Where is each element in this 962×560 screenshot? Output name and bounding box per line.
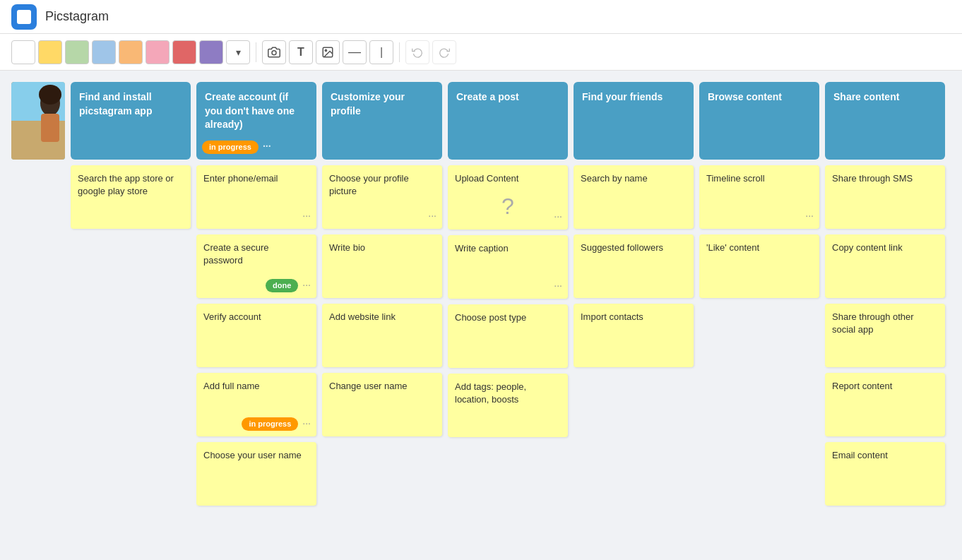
header-create-post[interactable]: Create a post [448,82,568,160]
header-share-content-text: Share content [833,91,899,102]
card-text: Choose your profile picture [329,173,409,196]
card-text: Enter phone/email [203,173,278,184]
color-pink-btn[interactable] [146,40,170,64]
card-report-content[interactable]: Report content [825,373,945,436]
app-logo[interactable] [11,4,37,30]
card-write-caption[interactable]: Write caption ··· [448,235,568,299]
header-dots-menu[interactable]: ··· [263,140,271,154]
card-write-bio[interactable]: Write bio [322,234,442,298]
card-dots-menu[interactable]: ··· [554,279,562,293]
card-change-username[interactable]: Change user name [322,373,442,436]
header-browse-content[interactable]: Browse content [699,82,819,160]
column-create-post: Create a post Upload Content ? ··· Write… [448,82,568,506]
line-btn[interactable]: — [343,40,367,64]
card-enter-phone[interactable]: Enter phone/email ··· [196,165,316,229]
question-mark-icon: ? [455,191,561,222]
svg-point-7 [39,85,61,105]
svg-rect-6 [41,114,59,142]
dropdown-btn[interactable]: ▾ [226,40,250,64]
column-find-install: Find and install picstagram app Search t… [71,82,191,506]
divider-icon: | [380,46,383,59]
column-find-friends: Find your friends Search by name Suggest… [574,82,694,506]
card-secure-password[interactable]: Create a secure password done ··· [196,234,316,298]
card-text: Create a secure password [203,242,269,266]
logo-inner [17,10,31,24]
color-red-btn[interactable] [172,40,196,64]
header-create-post-text: Create a post [456,91,519,102]
card-add-tags[interactable]: Add tags: people, location, boosts [448,374,568,437]
header-customize-profile-text: Customize your profile [331,91,405,117]
card-text: Search the app store or google play stor… [78,173,174,196]
header-find-install-text: Find and install picstagram app [79,91,152,117]
image-btn[interactable] [316,40,340,64]
card-search-app-store[interactable]: Search the app store or google play stor… [71,165,191,229]
card-upload-content[interactable]: Upload Content ? ··· [448,165,568,230]
card-text: Write bio [329,242,365,253]
color-yellow-btn[interactable] [38,40,62,64]
column-create-account: Create account (if you don't have one al… [196,82,316,506]
line-icon: — [348,44,361,59]
card-verify-account[interactable]: Verify account [196,304,316,367]
card-dots-menu[interactable]: ··· [302,417,311,431]
header-find-install[interactable]: Find and install picstagram app [71,82,191,160]
header-create-account[interactable]: Create account (if you don't have one al… [196,82,316,160]
card-dots-menu[interactable]: ··· [554,210,562,224]
card-text: Share through other social app [832,311,914,335]
card-text: Upload Content [455,173,518,184]
color-white-btn[interactable] [11,40,35,64]
hero-image [11,82,65,160]
camera-btn[interactable] [262,40,286,64]
card-share-sms[interactable]: Share through SMS [825,165,945,229]
card-import-contacts[interactable]: Import contacts [574,304,694,367]
svg-point-2 [325,49,326,51]
color-orange-btn[interactable] [119,40,143,64]
divider-btn[interactable]: | [369,40,393,64]
chevron-down-icon: ▾ [236,47,241,58]
app-title: Picstagram [45,9,109,24]
text-btn[interactable]: T [289,40,313,64]
header-customize-profile[interactable]: Customize your profile [322,82,442,160]
card-search-by-name[interactable]: Search by name [574,165,694,229]
card-dots-menu[interactable]: ··· [428,209,437,223]
color-green-btn[interactable] [65,40,89,64]
redo-btn[interactable] [432,40,456,64]
card-choose-post-type[interactable]: Choose post type [448,304,568,368]
card-profile-picture[interactable]: Choose your profile picture ··· [322,165,442,229]
header-create-account-text: Create account (if you don't have one al… [205,91,295,130]
card-text: Add full name [203,381,260,391]
card-timeline-scroll[interactable]: Timeline scroll ··· [699,165,819,229]
card-dots-menu[interactable]: ··· [302,209,311,223]
toolbar-separator-2 [399,42,400,62]
kanban-board: Find and install picstagram app Search t… [65,82,951,506]
card-text: Write caption [455,243,509,254]
card-choose-username[interactable]: Choose your user name [196,442,316,506]
badge-inprogress: in progress [242,417,298,431]
card-add-full-name[interactable]: Add full name in progress ··· [196,373,316,436]
card-like-content[interactable]: 'Like' content [699,234,819,298]
toolbar: ▾ T — | [0,34,962,71]
card-share-social[interactable]: Share through other social app [825,304,945,367]
card-email-content[interactable]: Email content [825,442,945,506]
header-find-friends[interactable]: Find your friends [574,82,694,160]
color-blue-btn[interactable] [92,40,116,64]
card-text: Add tags: people, location, boosts [455,381,526,405]
card-text: Copy content link [832,242,903,253]
column-share-content: Share content Share through SMS Copy con… [825,82,945,506]
column-browse-content: Browse content Timeline scroll ··· 'Like… [699,82,819,506]
header-find-friends-text: Find your friends [582,91,663,102]
card-suggested-followers[interactable]: Suggested followers [574,234,694,298]
card-text: Report content [832,381,892,391]
card-website-link[interactable]: Add website link [322,304,442,367]
header-share-content[interactable]: Share content [825,82,945,160]
card-text: Verify account [203,311,261,322]
hero-svg [11,82,65,160]
undo-btn[interactable] [405,40,429,64]
color-purple-btn[interactable] [199,40,223,64]
card-copy-link[interactable]: Copy content link [825,234,945,298]
card-dots-menu[interactable]: ··· [805,209,814,223]
column-customize-profile: Customize your profile Choose your profi… [322,82,442,506]
card-dots-menu[interactable]: ··· [302,278,311,292]
redo-icon [439,47,450,58]
card-text: Search by name [581,173,648,184]
card-text: Choose your user name [203,450,302,460]
